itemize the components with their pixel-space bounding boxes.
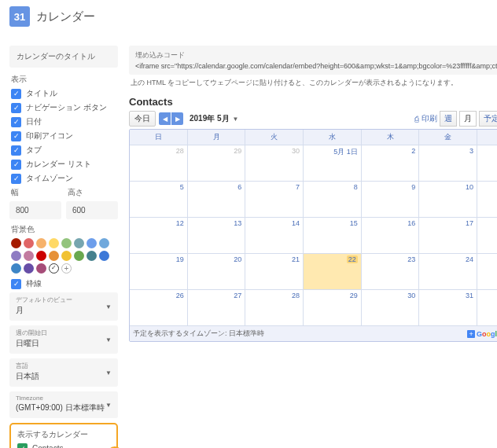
display-checkbox-3[interactable]: ✓	[11, 131, 21, 141]
color-swatch[interactable]	[11, 238, 21, 248]
week-start-select[interactable]: 週の開始日 日曜日 ▼	[9, 325, 118, 354]
calendar-cell[interactable]: 29	[187, 145, 245, 181]
color-swatch[interactable]	[61, 238, 72, 248]
calendar-cell[interactable]: 25	[477, 254, 497, 289]
display-item-label: タイムゾーン	[26, 173, 73, 184]
calendar-cell[interactable]: 9	[361, 182, 419, 217]
chevron-down-icon: ▼	[105, 369, 112, 376]
month-label[interactable]: 2019年 5月	[190, 113, 230, 124]
calendar-cell[interactable]: 11	[477, 182, 497, 217]
calendar-cell[interactable]: 3	[418, 145, 477, 181]
color-add-button[interactable]: +	[61, 263, 72, 274]
calendar-cell[interactable]: 27	[187, 290, 245, 325]
language-select[interactable]: 言語 日本語 ▼	[9, 358, 118, 387]
next-month-button[interactable]: ▶	[171, 112, 183, 125]
title-box[interactable]: カレンダーのタイトル	[9, 46, 118, 68]
color-swatch[interactable]	[24, 263, 34, 274]
border-checkbox[interactable]: ✓	[11, 279, 21, 289]
calendar-cell[interactable]: 23	[361, 254, 419, 289]
calendar-cell[interactable]: 8	[303, 182, 361, 217]
day-header: 土	[477, 130, 497, 145]
color-swatch[interactable]	[87, 238, 97, 248]
width-label: 幅	[11, 187, 61, 198]
calendar-cell[interactable]: 14	[245, 218, 303, 253]
calendar-cell[interactable]: 19	[130, 254, 187, 289]
week-start-value: 日曜日	[16, 338, 112, 349]
calendar-cell[interactable]: 21	[245, 254, 303, 289]
display-item-label: タイトル	[26, 88, 57, 99]
calendar-cell[interactable]: 2	[361, 145, 419, 181]
calendar-cell[interactable]: 16	[361, 218, 419, 253]
color-swatch[interactable]	[49, 251, 59, 261]
tab-week[interactable]: 週	[440, 111, 457, 127]
width-input[interactable]	[9, 201, 61, 219]
color-swatch-selected[interactable]	[49, 263, 59, 274]
calendar-cell[interactable]: 12	[130, 218, 187, 253]
calendar-item-label: Contacts	[32, 444, 63, 448]
color-swatch[interactable]	[36, 263, 46, 274]
calendar-cell[interactable]: 30	[245, 145, 303, 181]
calendar-cell[interactable]: 4	[477, 145, 497, 181]
display-checkbox-4[interactable]: ✓	[11, 145, 21, 156]
color-swatch[interactable]	[99, 251, 109, 261]
calendar-cell[interactable]: 5	[130, 182, 187, 217]
color-swatch[interactable]	[24, 251, 34, 261]
today-button[interactable]: 今日	[129, 111, 156, 127]
color-swatch[interactable]	[74, 238, 84, 248]
calendar-cell[interactable]: 26	[130, 290, 187, 325]
calendar-cell[interactable]: 28	[130, 145, 187, 181]
timezone-value: (GMT+09:00) 日本標準時	[16, 402, 112, 413]
day-header: 木	[361, 130, 419, 145]
calendar-cell[interactable]: 20	[187, 254, 245, 289]
color-swatch[interactable]	[11, 251, 21, 261]
print-icon[interactable]: ⎙	[414, 115, 419, 123]
timezone-select[interactable]: Timezone (GMT+09:00) 日本標準時 ▼	[9, 391, 118, 418]
day-header: 日	[130, 130, 187, 145]
default-view-select[interactable]: デフォルトのビュー 月 ▼	[9, 292, 118, 321]
chevron-down-icon: ▼	[105, 336, 112, 343]
calendar-cell[interactable]: 29	[303, 290, 361, 325]
display-item-label: ナビゲーション ボタン	[26, 102, 107, 113]
tab-month[interactable]: 月	[459, 111, 477, 127]
calendar-cell[interactable]: 5月 1日	[303, 145, 361, 181]
calendar-cell[interactable]: 17	[418, 218, 477, 253]
color-swatch[interactable]	[24, 238, 34, 248]
calendar-cell[interactable]: 7	[245, 182, 303, 217]
display-section-label: 表示	[11, 74, 118, 85]
prev-month-button[interactable]: ◀	[159, 112, 171, 125]
display-checkbox-5[interactable]: ✓	[11, 160, 21, 170]
calendar-cell[interactable]: 15	[303, 218, 361, 253]
calendar-cell[interactable]: 30	[361, 290, 419, 325]
calendar-cell[interactable]: 13	[187, 218, 245, 253]
calendar-checkbox-0[interactable]: ✓	[17, 443, 28, 448]
color-swatch[interactable]	[87, 251, 97, 261]
calendar-cell[interactable]: 22	[303, 254, 361, 289]
calendar-cell[interactable]: 10	[418, 182, 477, 217]
google-calendar-brand[interactable]: + Google Calendar	[467, 330, 497, 338]
display-item-label: カレンダー リスト	[26, 159, 91, 170]
calendar-cell[interactable]: 6	[187, 182, 245, 217]
display-checkbox-0[interactable]: ✓	[11, 89, 21, 99]
color-swatch[interactable]	[36, 251, 46, 261]
color-swatch[interactable]	[61, 251, 72, 261]
color-swatch[interactable]	[49, 238, 59, 248]
calendar-cell[interactable]: 18	[477, 218, 497, 253]
color-swatch[interactable]	[74, 251, 84, 261]
color-swatch[interactable]	[99, 238, 109, 248]
print-link[interactable]: 印刷	[422, 113, 437, 124]
day-header: 月	[187, 130, 245, 145]
calendar-cell[interactable]: 6月 1日	[477, 290, 497, 325]
color-swatch[interactable]	[36, 238, 46, 248]
calendar-cell[interactable]: 28	[245, 290, 303, 325]
color-swatch[interactable]	[11, 263, 21, 274]
display-checkbox-1[interactable]: ✓	[11, 103, 21, 113]
tab-agenda[interactable]: 予定リスト ▼	[479, 111, 497, 127]
height-input[interactable]	[66, 201, 118, 219]
embed-code-box[interactable]: 埋め込みコード <iframe src="https://calendar.go…	[129, 46, 497, 75]
display-checkbox-6[interactable]: ✓	[11, 174, 21, 184]
display-checkbox-2[interactable]: ✓	[11, 117, 21, 127]
day-header: 金	[418, 130, 477, 145]
language-value: 日本語	[16, 371, 112, 382]
calendar-cell[interactable]: 24	[418, 254, 477, 289]
calendar-cell[interactable]: 31	[418, 290, 477, 325]
